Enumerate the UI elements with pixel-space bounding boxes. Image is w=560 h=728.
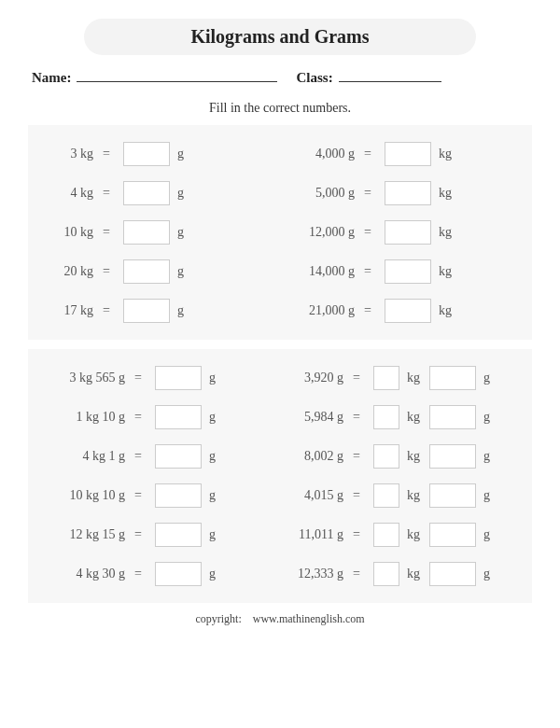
problem-row: 17 kg=g21,000 g=kg [39, 291, 521, 330]
unit-label: g [483, 371, 490, 385]
answer-blank[interactable] [429, 366, 476, 390]
unit-label: g [209, 371, 216, 385]
copyright-label: copyright: [195, 612, 241, 625]
problem-row: 20 kg=g14,000 g=kg [39, 252, 521, 291]
unit-label: g [177, 186, 184, 201]
operand-left: 5,000 g [280, 186, 355, 201]
answer-blank[interactable] [155, 523, 202, 547]
equals-sign: = [93, 303, 119, 318]
instructions-text: Fill in the correct numbers. [28, 101, 532, 116]
unit-label: kg [439, 186, 452, 201]
unit-label: g [209, 527, 216, 542]
equals-sign: = [125, 449, 151, 464]
operand-left: 3,920 g [280, 371, 343, 385]
answer-blank[interactable] [155, 366, 202, 390]
unit-label: g [177, 147, 184, 161]
answer-blank[interactable] [429, 523, 476, 547]
answer-blank[interactable] [123, 299, 170, 323]
section-compound-conversion: 3 kg 565 g=g3,920 g=kgg1 kg 10 g=g5,984 … [28, 349, 532, 603]
answer-blank[interactable] [123, 220, 170, 245]
equals-sign: = [125, 567, 151, 581]
class-input-line[interactable] [339, 68, 441, 82]
answer-blank[interactable] [429, 444, 476, 469]
unit-label: g [177, 264, 184, 279]
operand-left: 3 kg 565 g [39, 371, 125, 385]
unit-label: g [209, 567, 216, 581]
answer-blank[interactable] [385, 220, 431, 245]
unit-label: kg [407, 410, 420, 425]
answer-blank[interactable] [385, 259, 431, 284]
answer-blank[interactable] [123, 259, 170, 284]
answer-blank[interactable] [385, 299, 431, 323]
answer-blank[interactable] [373, 444, 399, 469]
equals-sign: = [355, 186, 381, 201]
equals-sign: = [93, 147, 119, 161]
operand-left: 4 kg 1 g [39, 449, 125, 464]
operand-left: 1 kg 10 g [39, 410, 125, 425]
equals-sign: = [125, 527, 151, 542]
unit-label: kg [439, 225, 452, 240]
equals-sign: = [343, 527, 370, 542]
operand-left: 10 kg 10 g [39, 488, 125, 503]
answer-blank[interactable] [123, 181, 170, 205]
unit-label: kg [407, 449, 420, 464]
unit-label: g [209, 488, 216, 503]
problem-row: 4 kg 30 g=g12,333 g=kgg [39, 554, 521, 594]
operand-left: 21,000 g [280, 303, 355, 318]
unit-label: kg [407, 488, 420, 503]
operand-left: 5,984 g [280, 410, 343, 425]
worksheet-title: Kilograms and Grams [84, 19, 476, 55]
unit-label: kg [439, 303, 452, 318]
answer-blank[interactable] [373, 366, 399, 390]
unit-label: g [177, 225, 184, 240]
equals-sign: = [93, 225, 119, 240]
operand-left: 4 kg [39, 186, 93, 201]
answer-blank[interactable] [429, 405, 476, 429]
answer-blank[interactable] [155, 444, 202, 469]
answer-blank[interactable] [155, 405, 202, 429]
answer-blank[interactable] [123, 142, 170, 166]
equals-sign: = [355, 303, 381, 318]
unit-label: g [209, 449, 216, 464]
problem-row: 10 kg=g12,000 g=kg [39, 213, 521, 252]
problem-row: 10 kg 10 g=g4,015 g=kgg [39, 476, 521, 515]
answer-blank[interactable] [429, 562, 476, 586]
answer-blank[interactable] [373, 483, 399, 508]
problem-row: 1 kg 10 g=g5,984 g=kgg [39, 398, 521, 437]
answer-blank[interactable] [155, 483, 202, 508]
unit-label: g [483, 488, 490, 503]
answer-blank[interactable] [429, 483, 476, 508]
problem-row: 12 kg 15 g=g11,011 g=kgg [39, 515, 521, 554]
operand-left: 11,011 g [280, 527, 343, 542]
operand-left: 14,000 g [280, 264, 355, 279]
equals-sign: = [93, 186, 119, 201]
answer-blank[interactable] [385, 181, 431, 205]
section-simple-conversion: 3 kg=g4,000 g=kg4 kg=g5,000 g=kg10 kg=g1… [28, 125, 532, 340]
answer-blank[interactable] [385, 142, 431, 166]
student-info-row: Name: Class: [28, 68, 532, 86]
name-label: Name: [32, 70, 71, 86]
operand-left: 12,000 g [280, 225, 355, 240]
operand-left: 10 kg [39, 225, 93, 240]
answer-blank[interactable] [373, 562, 399, 586]
unit-label: g [483, 567, 490, 581]
equals-sign: = [125, 371, 151, 385]
equals-sign: = [125, 488, 151, 503]
answer-blank[interactable] [373, 523, 399, 547]
unit-label: g [177, 303, 184, 318]
equals-sign: = [125, 410, 151, 425]
unit-label: g [483, 527, 490, 542]
equals-sign: = [343, 371, 370, 385]
operand-left: 4 kg 30 g [39, 567, 125, 581]
equals-sign: = [93, 264, 119, 279]
answer-blank[interactable] [373, 405, 399, 429]
equals-sign: = [343, 449, 370, 464]
title-text: Kilograms and Grams [190, 26, 369, 47]
unit-label: g [483, 449, 490, 464]
equals-sign: = [343, 488, 370, 503]
name-input-line[interactable] [77, 68, 277, 82]
answer-blank[interactable] [155, 562, 202, 586]
operand-left: 12,333 g [280, 567, 343, 581]
operand-left: 17 kg [39, 303, 93, 318]
class-label: Class: [296, 70, 332, 86]
